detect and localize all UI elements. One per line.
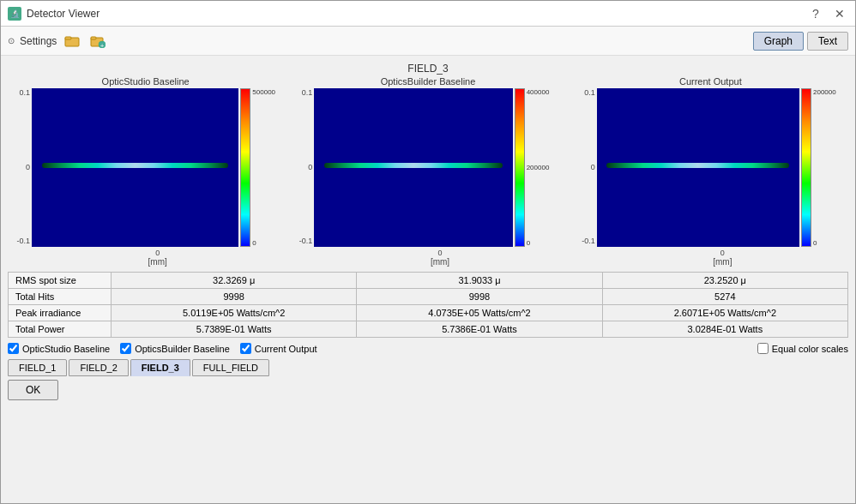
stats-cell-0-0: 32.3269 μ xyxy=(112,273,357,289)
y-tick-bot-1: -0.1 xyxy=(290,237,312,245)
x-label-0: [mm] xyxy=(148,257,167,267)
y-tick-bot-0: -0.1 xyxy=(8,237,30,245)
folder-add-icon: + xyxy=(90,34,105,48)
open-folder-button[interactable] xyxy=(62,31,82,51)
stats-label-0: RMS spot size xyxy=(9,273,112,289)
detectors-row: OpticStudio Baseline 0.1 0 -0.1 xyxy=(8,76,848,267)
y-tick-top-0: 0.1 xyxy=(8,88,30,97)
plot-area-0 xyxy=(32,88,238,247)
colorbar-min-2: 0 xyxy=(813,239,836,247)
checkbox-item-0: OpticStudio Baseline xyxy=(8,343,110,354)
y-tick-mid-2: 0 xyxy=(573,163,595,171)
ok-button[interactable]: OK xyxy=(8,380,58,400)
x-tick-2: 0 xyxy=(720,249,725,257)
stats-label-3: Total Power xyxy=(9,321,112,338)
detector-title-1: OpticsBuilder Baseline xyxy=(381,76,476,87)
equal-color-scales: Equal color scales xyxy=(757,343,848,354)
help-button[interactable]: ? xyxy=(807,5,824,22)
settings-label: Settings xyxy=(20,35,57,47)
settings-chevron-icon[interactable]: ⊙ xyxy=(8,36,15,45)
x-label-1: [mm] xyxy=(431,257,449,267)
stats-cell-1-0: 9998 xyxy=(112,289,357,305)
y-tick-mid-1: 0 xyxy=(290,163,312,171)
checkbox-label-2: Current Output xyxy=(255,344,317,354)
field-tab-2[interactable]: FIELD_3 xyxy=(130,359,190,376)
toolbar: ⊙ Settings + Graph Text xyxy=(1,27,855,56)
stats-row-3: Total Power5.7389E-01 Watts5.7386E-01 Wa… xyxy=(9,321,848,338)
x-label-2: [mm] xyxy=(713,257,732,267)
title-bar-left: 🔬 Detector Viewer xyxy=(8,7,99,21)
field-tab-3[interactable]: FULL_FIELD xyxy=(192,359,269,376)
stats-cell-2-2: 2.6071E+05 Watts/cm^2 xyxy=(602,305,847,321)
stats-cell-3-2: 3.0284E-01 Watts xyxy=(602,321,847,338)
detector-panel-0: OpticStudio Baseline 0.1 0 -0.1 xyxy=(8,76,283,267)
x-tick-0: 0 xyxy=(155,249,160,257)
stats-cell-1-2: 5274 xyxy=(602,289,847,305)
checkboxes-row: OpticStudio Baseline OpticsBuilder Basel… xyxy=(8,343,848,354)
colorbar-min-1: 0 xyxy=(527,239,550,247)
field-tab-1[interactable]: FIELD_2 xyxy=(69,359,128,376)
field-tab-0[interactable]: FIELD_1 xyxy=(8,359,67,376)
toolbar-right: Graph Text xyxy=(753,32,848,51)
checkbox-2[interactable] xyxy=(240,343,251,354)
folder-icon xyxy=(64,34,80,48)
y-tick-top-2: 0.1 xyxy=(573,88,595,97)
checkbox-0[interactable] xyxy=(8,343,19,354)
checkbox-label-0: OpticStudio Baseline xyxy=(22,344,110,354)
checkbox-label-1: OpticsBuilder Baseline xyxy=(135,344,230,354)
colorbar-max-2: 200000 xyxy=(813,88,836,96)
title-bar: 🔬 Detector Viewer ? ✕ xyxy=(1,1,855,27)
detector-panel-2: Current Output 0.1 0 -0.1 xyxy=(573,76,848,267)
text-button[interactable]: Text xyxy=(807,32,848,51)
equal-color-checkbox[interactable] xyxy=(757,343,769,354)
main-content: FIELD_3 OpticStudio Baseline 0.1 0 -0.1 xyxy=(1,56,855,503)
stats-cell-3-1: 5.7386E-01 Watts xyxy=(357,321,602,338)
field-label: FIELD_3 xyxy=(8,63,848,75)
colorbar-0 xyxy=(240,88,250,247)
plot-area-2 xyxy=(597,88,799,247)
colorbar-min-0: 0 xyxy=(252,239,275,247)
x-tick-1: 0 xyxy=(437,249,442,257)
colorbar-mid-1: 200000 xyxy=(527,164,550,171)
add-button[interactable]: + xyxy=(87,31,108,51)
svg-rect-3 xyxy=(91,37,96,39)
colorbar-max-1: 400000 xyxy=(527,88,550,96)
stats-row-2: Peak irradiance5.0119E+05 Watts/cm^24.07… xyxy=(9,305,848,321)
y-tick-mid-0: 0 xyxy=(8,163,30,171)
ok-row: OK xyxy=(8,380,848,400)
colorbar-max-0: 500000 xyxy=(252,88,275,96)
stats-label-2: Peak irradiance xyxy=(9,305,112,321)
main-window: 🔬 Detector Viewer ? ✕ ⊙ Settings xyxy=(0,0,856,504)
svg-text:+: + xyxy=(100,41,105,48)
window-title: Detector Viewer xyxy=(27,8,99,20)
checkbox-1[interactable] xyxy=(120,343,131,354)
beam-line-1 xyxy=(324,163,503,168)
detector-panel-1: OpticsBuilder Baseline 0.1 0 -0.1 xyxy=(290,76,565,267)
stats-cell-1-1: 9998 xyxy=(357,289,602,305)
app-icon: 🔬 xyxy=(8,7,21,21)
stats-table: RMS spot size32.3269 μ31.9033 μ23.2520 μ… xyxy=(8,272,848,338)
colorbar-2 xyxy=(801,88,811,247)
stats-cell-3-0: 5.7389E-01 Watts xyxy=(112,321,357,338)
stats-cell-2-0: 5.0119E+05 Watts/cm^2 xyxy=(112,305,357,321)
beam-line-0 xyxy=(42,163,228,168)
toolbar-left: ⊙ Settings + xyxy=(8,31,108,51)
stats-cell-0-1: 31.9033 μ xyxy=(357,273,602,289)
close-button[interactable]: ✕ xyxy=(831,5,848,22)
stats-row-0: RMS spot size32.3269 μ31.9033 μ23.2520 μ xyxy=(9,273,848,289)
stats-label-1: Total Hits xyxy=(9,289,112,305)
stats-row-1: Total Hits999899985274 xyxy=(9,289,848,305)
graph-button[interactable]: Graph xyxy=(753,32,804,51)
plot-area-1 xyxy=(314,88,512,247)
y-tick-bot-2: -0.1 xyxy=(573,237,595,245)
equal-color-label: Equal color scales xyxy=(772,344,848,354)
stats-cell-2-1: 4.0735E+05 Watts/cm^2 xyxy=(357,305,602,321)
beam-line-2 xyxy=(606,163,789,168)
y-tick-top-1: 0.1 xyxy=(290,88,312,97)
svg-rect-1 xyxy=(65,37,71,39)
title-bar-right: ? ✕ xyxy=(807,5,848,22)
field-tabs: FIELD_1FIELD_2FIELD_3FULL_FIELD xyxy=(8,359,848,376)
checkbox-item-2: Current Output xyxy=(240,343,317,354)
detector-title-0: OpticStudio Baseline xyxy=(102,76,190,87)
colorbar-1 xyxy=(515,88,525,247)
